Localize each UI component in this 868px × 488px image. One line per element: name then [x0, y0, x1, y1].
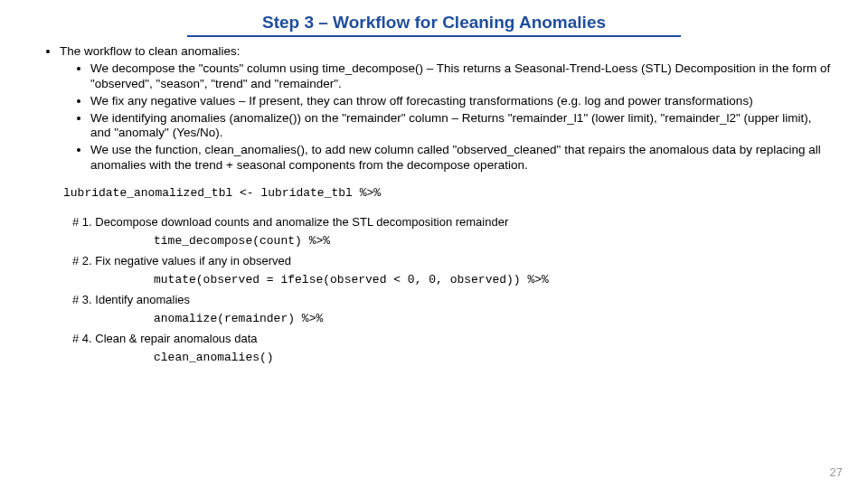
- sub-bullet: We use the function, clean_anomalies(), …: [90, 143, 832, 174]
- step-comment: # 1. Decompose download counts and anoma…: [72, 212, 832, 231]
- step-comment: # 2. Fix negative values if any in obser…: [72, 251, 832, 270]
- sub-bullet: We fix any negative values – If present,…: [90, 94, 832, 109]
- bullet-list: The workflow to clean anomalies: We deco…: [36, 44, 832, 174]
- step-comment: # 3. Identify anomalies: [72, 290, 832, 309]
- slide-title: Step 3 – Workflow for Cleaning Anomalies: [187, 13, 681, 37]
- main-bullet: The workflow to clean anomalies: We deco…: [60, 44, 832, 174]
- step-code: mutate(observed = ifelse(observed < 0, 0…: [154, 270, 832, 289]
- step-code: time_decompose(count) %>%: [154, 231, 832, 250]
- code-assignment: lubridate_anomalized_tbl <- lubridate_tb…: [63, 186, 832, 200]
- step-comment: # 4. Clean & repair anomalous data: [72, 329, 832, 348]
- sub-bullet: We identifying anomalies (anomalize()) o…: [90, 111, 832, 142]
- step-code: anomalize(remainder) %>%: [154, 309, 832, 328]
- sub-bullet: We decompose the "counts" column using t…: [90, 61, 832, 92]
- step-code: clean_anomalies(): [154, 348, 832, 367]
- main-bullet-text: The workflow to clean anomalies:: [60, 44, 241, 58]
- code-steps: # 1. Decompose download counts and anoma…: [72, 212, 832, 368]
- page-number: 27: [830, 465, 843, 479]
